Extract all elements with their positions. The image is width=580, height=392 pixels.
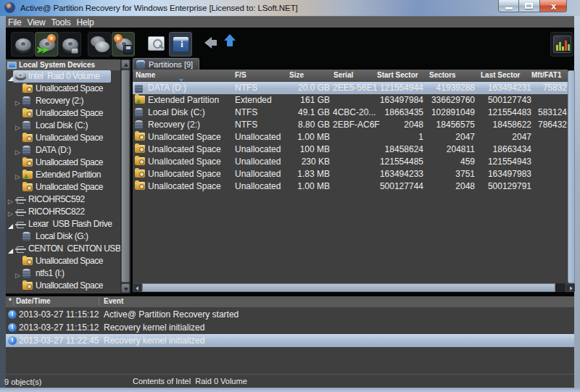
folder-search-icon <box>135 145 145 153</box>
tree-item-unallocated-space[interactable]: Unallocated Space <box>6 157 120 169</box>
title-bar[interactable]: Active@ Partition Recovery for Windows E… <box>0 0 580 16</box>
tree-scrollbar[interactable] <box>120 59 130 293</box>
partitions-hscrollbar-thumb[interactable] <box>142 283 555 292</box>
close-button[interactable]: x <box>539 0 567 12</box>
tree-item-unallocated-space[interactable]: Unallocated Space <box>6 255 120 267</box>
minimize-button[interactable] <box>498 0 519 12</box>
down-arrow-icon <box>124 288 128 291</box>
column-header-fs[interactable]: F/S <box>235 71 246 79</box>
maximize-button[interactable] <box>519 0 539 12</box>
tree-item-local-disk-c[interactable]: ▷Local Disk (C:) <box>6 120 120 132</box>
cell-start: 163494233 <box>350 168 423 180</box>
tree-scroll-up-button[interactable] <box>121 59 130 69</box>
log-event: Active@ Partition Recovery started <box>104 308 239 321</box>
tab-partitions-label: Partitions [9] <box>149 60 193 69</box>
tree-item-extended-partition[interactable]: ▷Extended Partition <box>6 169 120 181</box>
log-row[interactable]: 2013-03-27 11:15:12Active@ Partition Rec… <box>6 308 574 321</box>
partitions-vertical-scrollbar[interactable] <box>568 70 575 283</box>
partition-row-recovery-2[interactable]: Recovery (2:)NTFS8.80 GB2EBF-AC6F2048184… <box>133 119 568 131</box>
tree-scrollbar-thumb[interactable] <box>121 70 130 283</box>
chart-bar <box>559 42 561 51</box>
tree-item-ntfs1-i[interactable]: ▷ntfs1 (I:) <box>6 267 120 280</box>
tree-item-recovery-2[interactable]: ▷Recovery (2:) <box>6 95 120 107</box>
usb-device-icon <box>15 209 26 214</box>
column-header-last-sector[interactable]: Last Sector <box>481 71 520 79</box>
cell-size: 1.83 MB <box>274 168 330 180</box>
tree-item-label: Recovery (2:) <box>36 95 83 107</box>
tab-partitions[interactable]: Partitions [9] <box>133 58 199 70</box>
tree-item-ricohr5c592[interactable]: ▷RICOHR5C592 <box>6 193 120 206</box>
tree-scroll-down-button[interactable] <box>121 283 130 293</box>
column-header-sectors[interactable]: Sectors <box>429 71 456 79</box>
partitions-grid-header: Name F/S Size Serial Start Sector Sector… <box>133 70 568 82</box>
cell-name: Unallocated Space <box>148 180 221 193</box>
column-header-name[interactable]: Name <box>136 71 155 79</box>
toolbar-button-open-partition[interactable] <box>58 32 81 57</box>
tree-item-intel-raid-0-volume[interactable]: ◢Intel Raid 0 Volume <box>6 70 120 83</box>
partition-row-unallocated-space[interactable]: Unallocated SpaceUnallocated230 KB121554… <box>133 156 568 168</box>
toolbar-button-save-disk-image[interactable] <box>112 32 135 57</box>
cell-last: 121554483 <box>479 107 531 119</box>
tree-item-local-disk-g[interactable]: Local Disk (G:) <box>6 230 120 243</box>
tree-header: Local System Devices <box>6 59 120 70</box>
toolbar-button-navigate-up[interactable] <box>219 32 242 57</box>
column-header-start-sector[interactable]: Start Sector <box>377 71 418 79</box>
toolbar-button-quick-scan[interactable]: ➤➤ <box>35 32 58 57</box>
partition-row-unallocated-space[interactable]: Unallocated SpaceUnallocated1.83 MB16349… <box>133 168 568 180</box>
tree-item-unallocated-space[interactable]: Unallocated Space <box>6 280 120 292</box>
toolbar-button-open-disk[interactable] <box>11 32 34 57</box>
right-arrow-icon <box>570 286 573 291</box>
log-header-divider <box>13 298 14 306</box>
partition-row-local-disk-c[interactable]: Local Disk (C:)NTFS49.1 GB4CBC-20...1866… <box>133 107 568 119</box>
partition-row-unallocated-space[interactable]: Unallocated SpaceUnallocated100 MB184586… <box>133 143 568 156</box>
cell-start: 121554944 <box>350 82 423 94</box>
scroll-left-button[interactable] <box>133 283 142 292</box>
partition-row-unallocated-space[interactable]: Unallocated SpaceUnallocated1.00 MB50012… <box>133 180 568 193</box>
partition-disk-icon <box>22 232 30 241</box>
toolbar-button-properties-info[interactable] <box>169 32 192 57</box>
cell-sect: 18456575 <box>423 119 475 131</box>
log-column-event[interactable]: Event <box>104 297 123 305</box>
partitions-panel: Partitions [9] Name F/S Size Serial Star… <box>133 58 575 293</box>
scroll-right-button[interactable] <box>566 283 575 292</box>
partition-disk-icon <box>135 108 143 117</box>
log-column-severity[interactable]: * <box>9 297 12 305</box>
partition-row-unallocated-space[interactable]: Unallocated SpaceUnallocated1.00 MB12047… <box>133 131 568 143</box>
tree-item-centon-centon-usb[interactable]: ◢CENTON CENTON USB <box>6 243 120 255</box>
tree-item-unallocated-space[interactable]: Unallocated Space <box>6 83 120 95</box>
left-arrow-icon <box>136 286 138 291</box>
menu-file[interactable]: File <box>6 17 25 28</box>
tree-item-label: DATA (D:) <box>36 144 71 157</box>
tree-item-ricohr5c822[interactable]: ▷RICOHR5C822 <box>6 206 120 218</box>
column-header-serial[interactable]: Serial <box>334 71 353 79</box>
log-row[interactable]: 2013-03-27 11:15:12Recovery kernel initi… <box>6 321 574 334</box>
toolbar-button-preview[interactable] <box>145 32 168 57</box>
cell-size: 1.00 MB <box>274 180 330 193</box>
toolbar-button-activity-monitor[interactable] <box>550 32 573 57</box>
menu-help[interactable]: Help <box>74 17 97 28</box>
column-header-mft[interactable]: Mft/FAT1 <box>531 71 561 79</box>
tree-item-unallocated-space[interactable]: Unallocated Space <box>6 132 120 144</box>
tree-item-label: Unallocated Space <box>36 157 103 169</box>
partition-row-extended-partition[interactable]: Extended PartitionExtended161 GB16349798… <box>133 94 568 107</box>
menu-tools[interactable]: Tools <box>49 17 74 28</box>
window-border-bottom <box>0 388 580 392</box>
log-row[interactable]: 2013-03-27 11:22:45Recovery kernel initi… <box>6 334 574 347</box>
tree-item-unallocated-space[interactable]: Unallocated Space <box>6 181 120 193</box>
partitions-horizontal-scrollbar[interactable] <box>133 283 575 292</box>
toolbar-button-last-scan-results[interactable] <box>88 32 111 57</box>
folder-search-icon <box>22 85 33 93</box>
tree-item-lexar-usb-flash-drive[interactable]: ◢Lexar USB Flash Drive <box>6 218 120 230</box>
cell-sect: 204811 <box>423 143 475 156</box>
cell-name: Local Disk (C:) <box>148 107 205 119</box>
cell-sect: 102891049 <box>423 107 475 119</box>
log-column-datetime[interactable]: Date/Time <box>16 297 51 305</box>
disc-icon <box>47 34 56 43</box>
column-header-size[interactable]: Size <box>289 71 304 79</box>
usb-device-icon <box>15 222 26 227</box>
green-arrows-icon: ➤➤ <box>36 44 46 55</box>
partition-row-data-d[interactable]: DATA (D:)NTFS20.0 GB2EE5-56E112155494441… <box>133 82 568 94</box>
tree-item-unallocated-space[interactable]: Unallocated Space <box>6 107 120 120</box>
tree-item-data-d[interactable]: ▷DATA (D:) <box>6 144 120 157</box>
menu-view[interactable]: View <box>25 17 49 28</box>
